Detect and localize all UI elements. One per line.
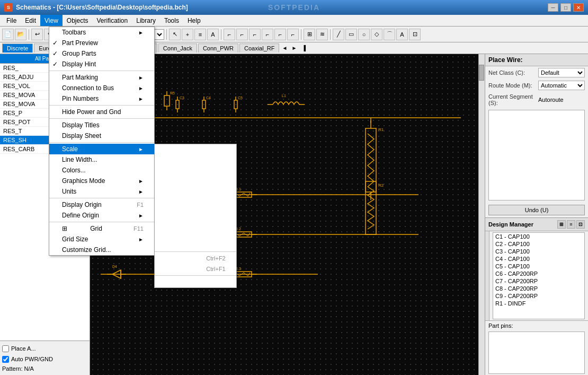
menu-customize-grid[interactable]: Customize Grid... xyxy=(49,245,154,255)
menu-display-titles[interactable]: Display Titles xyxy=(49,120,154,130)
scale-50[interactable]: 50% xyxy=(155,155,236,165)
undo-toolbar-button[interactable]: ↩ xyxy=(31,29,43,40)
tab-right-arrow[interactable]: ► xyxy=(290,44,298,53)
place-a-checkbox[interactable]: Place A... xyxy=(2,343,87,354)
select-button[interactable]: ↖ xyxy=(169,29,181,40)
auto-pwr-check[interactable] xyxy=(2,356,9,363)
tab-conn-pwr[interactable]: Conn_PWR xyxy=(198,43,238,53)
design-item-c1[interactable]: C1 - CAP100 xyxy=(493,233,584,240)
draw-poly[interactable]: ◇ xyxy=(371,29,382,40)
netlist-btn[interactable]: ≋ xyxy=(316,29,328,40)
auto-pwr-gnd-checkbox[interactable]: Auto PWR/GND xyxy=(2,354,87,364)
menu-library[interactable]: Library xyxy=(132,15,160,26)
menu-colors[interactable]: Colors... xyxy=(49,165,154,176)
label-button[interactable]: A xyxy=(207,29,219,40)
bus-button[interactable]: ≡ xyxy=(194,29,206,40)
menu-grid[interactable]: ⊞ Grid F11 xyxy=(49,223,154,234)
menu-hide-power-gnd[interactable]: Hide Power and Gnd xyxy=(49,107,154,117)
menu-part-marking[interactable]: Part Marking ► xyxy=(49,72,154,83)
place-tool4[interactable]: ⌐ xyxy=(262,29,273,40)
draw-rect[interactable]: ▭ xyxy=(345,29,357,40)
new-button[interactable]: 📄 xyxy=(2,29,14,40)
tab-end-arrow[interactable]: ▐ xyxy=(299,44,308,53)
menu-define-origin[interactable]: Define Origin ► xyxy=(49,210,154,221)
route-mode-select[interactable]: Automatic xyxy=(538,81,585,90)
net-class-select[interactable]: Default xyxy=(538,68,585,77)
place-tool1[interactable]: ⌐ xyxy=(224,29,235,40)
dm-icon-3[interactable]: ⊡ xyxy=(576,220,585,229)
design-item-c9[interactable]: C9 - CAP200RP xyxy=(493,292,584,300)
scale-400[interactable]: 400% xyxy=(155,219,236,229)
design-item-c4[interactable]: C4 - CAP100 xyxy=(493,255,584,263)
tab-left-arrow[interactable]: ◄ xyxy=(280,44,289,53)
undo-button[interactable]: Undo (U) xyxy=(488,205,585,215)
dm-icon-1[interactable]: ⊞ xyxy=(557,220,566,229)
menu-display-origin[interactable]: Display Origin F1 xyxy=(49,199,154,210)
dm-icon-2[interactable]: ≡ xyxy=(567,220,575,229)
tab-discrete[interactable]: Discrete xyxy=(2,43,33,53)
minimize-button[interactable]: ─ xyxy=(548,3,558,12)
menu-group-parts[interactable]: Group Parts xyxy=(49,48,154,59)
scale-150[interactable]: 150% xyxy=(155,187,236,197)
design-item-c6[interactable]: C6 - CAP200RP xyxy=(493,270,584,277)
menu-scale[interactable]: Scale ► 25% 50% 75% 100% 150% 200% 300% … xyxy=(49,144,154,154)
scale-25[interactable]: 25% xyxy=(155,144,236,155)
scale-100[interactable]: 100% xyxy=(155,176,236,187)
menu-tools[interactable]: Tools xyxy=(160,15,183,26)
dm-left-scroll[interactable] xyxy=(485,231,489,321)
vertical-scrollbar[interactable] xyxy=(478,54,485,375)
menu-objects[interactable]: Objects xyxy=(63,15,93,26)
tab-coaxial-rf[interactable]: Coaxial_RF xyxy=(239,43,279,53)
scroll-thumb-v[interactable] xyxy=(479,65,484,81)
draw-line[interactable]: ╱ xyxy=(333,29,344,40)
maximize-button[interactable]: □ xyxy=(560,3,571,12)
scale-75[interactable]: 75% xyxy=(155,165,236,176)
menu-toolbars[interactable]: Toolbars ► xyxy=(49,27,154,38)
menu-display-sheet[interactable]: Display Sheet xyxy=(49,130,154,141)
text-tool[interactable]: A xyxy=(396,29,408,40)
menu-graphics-mode[interactable]: Graphics Mode ► xyxy=(49,176,154,186)
design-item-r1[interactable]: R1 - DINDF xyxy=(493,300,584,307)
menu-connection-to-bus[interactable]: Connection to Bus ► xyxy=(49,83,154,93)
image-tool[interactable]: ⊡ xyxy=(409,29,421,40)
menu-file[interactable]: File xyxy=(2,15,21,26)
close-button[interactable]: ✕ xyxy=(573,3,584,12)
app-icon: S xyxy=(4,3,13,12)
scale-200[interactable]: 200% xyxy=(155,197,236,208)
place-tool2[interactable]: ⌐ xyxy=(236,29,248,40)
menu-grid-size[interactable]: Grid Size ► xyxy=(49,234,154,245)
open-button[interactable]: 📂 xyxy=(15,29,26,40)
place-tool3[interactable]: ⌐ xyxy=(249,29,261,40)
place-tool5[interactable]: ⌐ xyxy=(274,29,286,40)
tab-conn-jack[interactable]: Conn_Jack xyxy=(158,43,197,53)
design-item-c7[interactable]: C7 - CAP200RP xyxy=(493,277,584,285)
design-item-c2[interactable]: C2 - CAP100 xyxy=(493,240,584,248)
scale-300[interactable]: 300% xyxy=(155,208,236,219)
wire-button[interactable]: + xyxy=(182,29,193,40)
route-mode-row: Route Mode (M): Automatic xyxy=(485,79,588,92)
menu-help[interactable]: Help xyxy=(183,15,205,26)
design-item-c5[interactable]: C5 - CAP100 xyxy=(493,263,584,270)
scale-zoom-out[interactable]: Zoom Out Ctrl+F1 xyxy=(155,264,236,274)
menu-part-preview[interactable]: Part Preview xyxy=(49,38,154,48)
draw-ellipse[interactable]: ○ xyxy=(358,29,370,40)
scale-custom[interactable]: Custom... xyxy=(155,277,236,287)
grid-btn[interactable]: ⊞ xyxy=(304,29,315,40)
menu-verification[interactable]: Verification xyxy=(93,15,132,26)
menu-edit[interactable]: Edit xyxy=(21,15,40,26)
scale-600[interactable]: 600% xyxy=(155,229,236,240)
design-item-c3[interactable]: C3 - CAP100 xyxy=(493,248,584,255)
place-tool6[interactable]: ⌐ xyxy=(287,29,299,40)
place-a-check[interactable] xyxy=(2,345,9,352)
menu-pin-numbers[interactable]: Pin Numbers ► xyxy=(49,93,154,104)
draw-arc[interactable]: ⌒ xyxy=(384,29,395,40)
menu-line-width[interactable]: Line Width... xyxy=(49,154,154,165)
menu-units[interactable]: Units ► xyxy=(49,186,154,197)
menu-view[interactable]: View xyxy=(40,15,63,26)
menu-display-hint[interactable]: Display Hint xyxy=(49,59,154,69)
design-item-c8[interactable]: C8 - CAP200RP xyxy=(493,285,584,292)
scale-zoom-in[interactable]: Zoom In Ctrl+F2 xyxy=(155,253,236,264)
scale-800[interactable]: 800% xyxy=(155,240,236,250)
titlebar-title: Schematics - [C:\Users\Softpedia\Desktop… xyxy=(16,4,188,11)
titlebar: S Schematics - [C:\Users\Softpedia\Deskt… xyxy=(0,0,588,15)
